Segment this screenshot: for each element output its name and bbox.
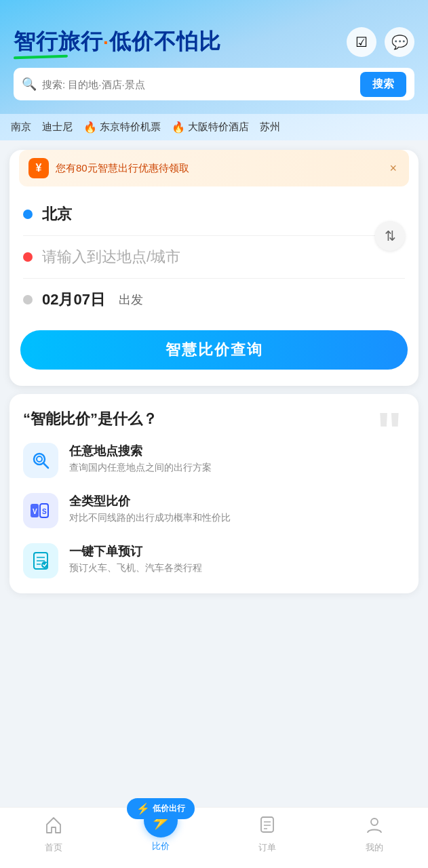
home-icon — [44, 815, 63, 839]
tag-disney[interactable]: 迪士尼 — [42, 121, 73, 134]
from-value: 北京 — [42, 204, 72, 224]
header: 智行旅行·低价不怕比 ☑ 💬 🔍 搜索 — [0, 0, 428, 114]
bottom-spacer — [0, 601, 428, 669]
tag-row: 南京 迪士尼 🔥 东京特价机票 🔥 大阪特价酒店 苏州 — [0, 114, 428, 140]
logo-separator: · — [103, 32, 109, 53]
search-bar: 🔍 搜索 — [14, 68, 414, 100]
tag-osaka[interactable]: 🔥 大阪特价酒店 — [172, 121, 249, 134]
coupon-icon: ¥ — [28, 158, 49, 178]
main-card: ¥ 您有80元智慧出行优惠待领取 × 北京 请输入到达地点/城市 ⇅ 02月07… — [9, 150, 419, 386]
message-icon: 💬 — [391, 34, 408, 50]
search-input[interactable] — [42, 79, 355, 90]
info-title: “智能比价”是什么？ — [23, 409, 405, 429]
from-to-area: 北京 请输入到达地点/城市 ⇅ — [9, 193, 419, 278]
nav-compare-label: 比价 — [152, 840, 170, 852]
info-item-order-desc: 预订火车、飞机、汽车各类行程 — [69, 562, 202, 574]
coupon-banner[interactable]: ¥ 您有80元智慧出行优惠待领取 × — [19, 150, 409, 186]
nav-home-label: 首页 — [45, 842, 62, 854]
header-top: 智行旅行·低价不怕比 ☑ 💬 — [14, 27, 414, 57]
message-icon-button[interactable]: 💬 — [385, 27, 414, 57]
tag-osaka-label: 大阪特价酒店 — [188, 121, 249, 134]
info-item-order-content: 一键下单预订 预订火车、飞机、汽车各类行程 — [69, 543, 202, 574]
svg-point-11 — [41, 561, 48, 568]
nav-compare-badge: ⚡ 低价出行 — [127, 798, 195, 819]
tag-suzhou[interactable]: 苏州 — [260, 121, 280, 134]
fire-icon-osaka: 🔥 — [172, 121, 185, 134]
nav-orders-label: 订单 — [258, 842, 276, 854]
nav-item-orders[interactable]: 订单 — [214, 815, 322, 854]
svg-line-1 — [43, 463, 48, 468]
svg-rect-12 — [261, 817, 273, 832]
nav-profile-label: 我的 — [366, 842, 383, 854]
coupon-close-button[interactable]: × — [387, 159, 400, 178]
nav-item-profile[interactable]: 我的 — [321, 815, 428, 854]
coupon-text: 您有80元智慧出行优惠待领取 — [56, 162, 380, 175]
info-item-order: 一键下单预订 预订火车、飞机、汽车各类行程 — [23, 543, 405, 578]
logo-part1: 智行旅行 — [14, 29, 103, 54]
info-icon-search — [23, 443, 58, 478]
check-icon: ☑ — [355, 34, 368, 50]
svg-point-2 — [37, 456, 42, 462]
info-item-compare-desc: 对比不同线路的出行成功概率和性价比 — [69, 512, 231, 524]
nav-item-compare[interactable]: ⚡ 低价出行 ⚡ 比价 — [107, 817, 214, 852]
date-dot — [23, 295, 33, 304]
bottom-nav: 首页 ⚡ 低价出行 ⚡ 比价 订单 — [0, 807, 428, 868]
nav-item-home[interactable]: 首页 — [0, 815, 107, 854]
info-icon-compare: V S — [23, 493, 58, 528]
logo-underline — [14, 55, 68, 60]
query-btn-wrap: 智慧比价查询 — [9, 321, 419, 372]
svg-text:V: V — [33, 508, 37, 515]
search-button[interactable]: 搜索 — [360, 72, 406, 97]
to-placeholder: 请输入到达地点/城市 — [42, 247, 180, 267]
query-button[interactable]: 智慧比价查询 — [20, 330, 408, 370]
to-dot — [23, 252, 33, 262]
profile-icon — [365, 815, 384, 839]
date-label: 出发 — [119, 292, 143, 308]
from-field[interactable]: 北京 — [9, 193, 419, 235]
swap-icon: ⇅ — [385, 228, 396, 244]
badge-text: 低价出行 — [153, 803, 185, 814]
info-item-compare-content: 全类型比价 对比不同线路的出行成功概率和性价比 — [69, 493, 231, 524]
info-item-compare: V S 全类型比价 对比不同线路的出行成功概率和性价比 — [23, 493, 405, 528]
info-icon-order — [23, 543, 58, 578]
orders-icon — [258, 815, 277, 839]
check-icon-button[interactable]: ☑ — [347, 27, 376, 57]
logo-part2: 低价不怕比 — [109, 29, 221, 54]
date-value: 02月07日 — [42, 290, 105, 310]
info-item-search-title: 任意地点搜索 — [69, 443, 212, 459]
badge-icon: ⚡ — [136, 802, 150, 815]
info-section: " “智能比价”是什么？ 任意地点搜索 查询国内任意地点之间的出行方案 V S — [9, 394, 419, 593]
info-item-search-desc: 查询国内任意地点之间的出行方案 — [69, 462, 212, 474]
tag-nanjing[interactable]: 南京 — [11, 121, 31, 134]
header-icons: ☑ 💬 — [347, 27, 414, 57]
info-item-compare-title: 全类型比价 — [69, 493, 231, 509]
logo: 智行旅行·低价不怕比 — [14, 27, 221, 57]
info-item-search-content: 任意地点搜索 查询国内任意地点之间的出行方案 — [69, 443, 212, 474]
date-field[interactable]: 02月07日 出发 — [9, 279, 419, 321]
info-item-order-title: 一键下单预订 — [69, 543, 202, 559]
tag-tokyo[interactable]: 🔥 东京特价机票 — [83, 121, 161, 134]
tag-tokyo-label: 东京特价机票 — [100, 121, 161, 134]
svg-point-16 — [371, 818, 378, 825]
fire-icon-tokyo: 🔥 — [83, 121, 97, 134]
info-item-search: 任意地点搜索 查询国内任意地点之间的出行方案 — [23, 443, 405, 478]
to-field[interactable]: 请输入到达地点/城市 — [9, 236, 419, 278]
swap-button[interactable]: ⇅ — [375, 221, 405, 251]
svg-text:S: S — [42, 508, 47, 515]
from-dot — [23, 210, 33, 219]
search-icon: 🔍 — [22, 77, 37, 92]
